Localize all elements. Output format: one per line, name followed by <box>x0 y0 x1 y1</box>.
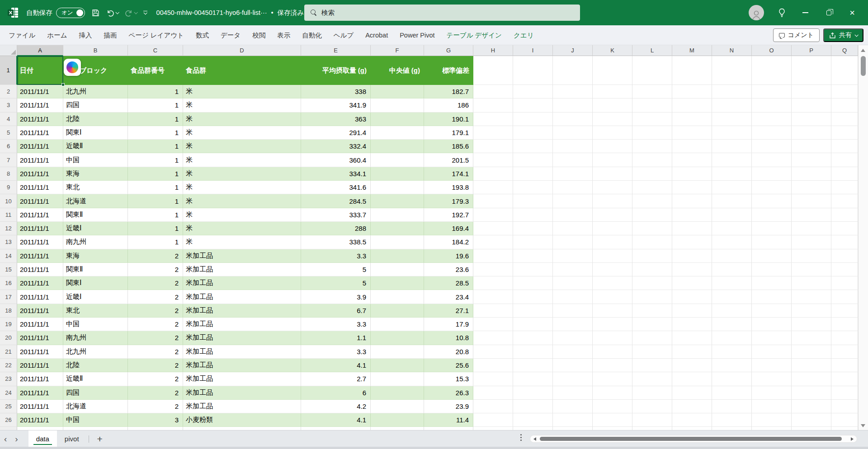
close-button[interactable]: × <box>846 7 858 19</box>
cell-P27[interactable] <box>792 427 831 430</box>
cell-D12[interactable]: 米 <box>183 222 301 235</box>
cell-G22[interactable]: 25.6 <box>424 359 473 372</box>
cell-O13[interactable] <box>752 235 792 249</box>
cell-N4[interactable] <box>712 112 752 126</box>
cell-H13[interactable] <box>473 235 513 249</box>
cell-E9[interactable]: 341.6 <box>301 181 371 194</box>
cell-D9[interactable]: 米 <box>183 181 301 194</box>
cell-C3[interactable]: 1 <box>128 98 183 112</box>
cell-B25[interactable]: 北海道 <box>63 400 128 413</box>
cell-J2[interactable] <box>553 85 593 98</box>
cell-D24[interactable]: 米加工品 <box>183 386 301 400</box>
cell-A19[interactable]: 2011/11/1 <box>17 318 63 331</box>
row-header-25[interactable]: 25 <box>0 400 17 413</box>
cell-F2[interactable] <box>371 85 424 98</box>
cell-G1[interactable]: 標準偏差 <box>424 56 473 85</box>
cell-O10[interactable] <box>752 194 792 208</box>
ribbon-tab-ファイル[interactable]: ファイル <box>3 25 41 45</box>
cell-L14[interactable] <box>632 249 672 263</box>
cell-M24[interactable] <box>672 386 712 400</box>
cell-Q26[interactable] <box>831 413 858 427</box>
cell-I8[interactable] <box>513 167 553 181</box>
cell-J1[interactable] <box>553 56 593 85</box>
cell-N15[interactable] <box>712 263 752 276</box>
row-header-7[interactable]: 7 <box>0 153 17 167</box>
cell-H20[interactable] <box>473 331 513 345</box>
cell-C8[interactable]: 1 <box>128 167 183 181</box>
cell-E26[interactable]: 4.1 <box>301 413 371 427</box>
cell-O7[interactable] <box>752 153 792 167</box>
cell-J24[interactable] <box>553 386 593 400</box>
cell-Q5[interactable] <box>831 126 858 140</box>
cell-Q24[interactable] <box>831 386 858 400</box>
cell-K7[interactable] <box>593 153 632 167</box>
row-header-13[interactable]: 13 <box>0 235 17 249</box>
cell-O21[interactable] <box>752 345 792 359</box>
cell-G23[interactable]: 15.3 <box>424 372 473 386</box>
cell-Q4[interactable] <box>831 112 858 126</box>
cell-I16[interactable] <box>513 276 553 290</box>
cell-E1[interactable]: 平均摂取量 (g) <box>301 56 371 85</box>
cell-K11[interactable] <box>593 208 632 222</box>
cell-E22[interactable]: 4.1 <box>301 359 371 372</box>
cell-E4[interactable]: 363 <box>301 112 371 126</box>
cell-G5[interactable]: 179.1 <box>424 126 473 140</box>
cell-E5[interactable]: 291.4 <box>301 126 371 140</box>
cell-F22[interactable] <box>371 359 424 372</box>
cell-K3[interactable] <box>593 98 632 112</box>
cell-O5[interactable] <box>752 126 792 140</box>
scroll-down-icon[interactable] <box>861 424 865 427</box>
cell-L19[interactable] <box>632 318 672 331</box>
cell-M2[interactable] <box>672 85 712 98</box>
cell-K21[interactable] <box>593 345 632 359</box>
cell-Q21[interactable] <box>831 345 858 359</box>
scroll-right-icon[interactable] <box>851 437 854 441</box>
cell-Q20[interactable] <box>831 331 858 345</box>
search-box[interactable]: 検索 <box>304 5 580 21</box>
cell-H21[interactable] <box>473 345 513 359</box>
cell-B13[interactable]: 南九州 <box>63 235 128 249</box>
cell-N20[interactable] <box>712 331 752 345</box>
ribbon-tab-表示[interactable]: 表示 <box>271 25 296 45</box>
cell-Q13[interactable] <box>831 235 858 249</box>
cell-J3[interactable] <box>553 98 593 112</box>
cell-Q3[interactable] <box>831 98 858 112</box>
cell-M9[interactable] <box>672 181 712 194</box>
cell-C12[interactable]: 1 <box>128 222 183 235</box>
cell-E2[interactable]: 338 <box>301 85 371 98</box>
cell-Q18[interactable] <box>831 304 858 318</box>
cell-Q1[interactable] <box>831 56 858 85</box>
cell-C6[interactable]: 1 <box>128 140 183 153</box>
cell-B5[interactable]: 関東Ⅰ <box>63 126 128 140</box>
cell-L4[interactable] <box>632 112 672 126</box>
column-header-N[interactable]: N <box>712 45 752 56</box>
cell-N6[interactable] <box>712 140 752 153</box>
cell-F24[interactable] <box>371 386 424 400</box>
cell-I5[interactable] <box>513 126 553 140</box>
cell-D2[interactable]: 米 <box>183 85 301 98</box>
cell-A15[interactable]: 2011/11/1 <box>17 263 63 276</box>
cell-M17[interactable] <box>672 290 712 304</box>
cell-J10[interactable] <box>553 194 593 208</box>
cell-C4[interactable]: 1 <box>128 112 183 126</box>
quick-access-toolbar-icon[interactable] <box>143 11 147 15</box>
cell-F3[interactable] <box>371 98 424 112</box>
cell-B16[interactable]: 関東Ⅰ <box>63 276 128 290</box>
cell-C26[interactable]: 3 <box>128 413 183 427</box>
excel-app-icon[interactable] <box>6 6 20 19</box>
cell-M6[interactable] <box>672 140 712 153</box>
cell-C25[interactable]: 2 <box>128 400 183 413</box>
cell-J18[interactable] <box>553 304 593 318</box>
cell-D5[interactable]: 米 <box>183 126 301 140</box>
cell-K4[interactable] <box>593 112 632 126</box>
cell-O25[interactable] <box>752 400 792 413</box>
cell-K13[interactable] <box>593 235 632 249</box>
cell-F27[interactable] <box>371 427 424 430</box>
ribbon-tab-自動化[interactable]: 自動化 <box>296 25 328 45</box>
cell-I12[interactable] <box>513 222 553 235</box>
cell-N9[interactable] <box>712 181 752 194</box>
restore-button[interactable] <box>823 7 835 19</box>
cell-D16[interactable]: 米加工品 <box>183 276 301 290</box>
cell-F11[interactable] <box>371 208 424 222</box>
column-header-J[interactable]: J <box>553 45 593 56</box>
